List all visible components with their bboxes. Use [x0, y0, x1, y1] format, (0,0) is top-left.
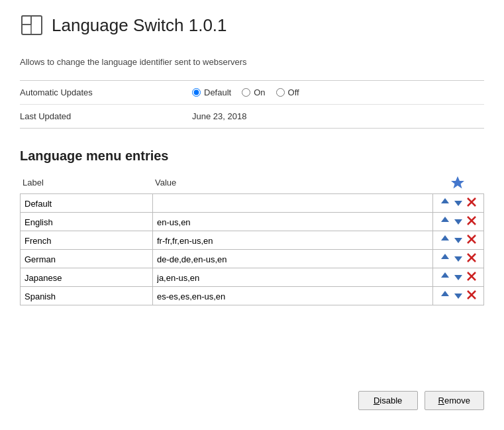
- arrow-up-icon: [440, 234, 450, 244]
- move-up-button[interactable]: [438, 289, 452, 303]
- entry-value-input[interactable]: [157, 217, 428, 227]
- delete-icon: [466, 197, 477, 207]
- entry-label-input[interactable]: [25, 254, 148, 264]
- svg-rect-0: [22, 16, 42, 34]
- move-down-button[interactable]: [452, 252, 465, 266]
- plus-icon: [450, 175, 465, 189]
- entry-label-input[interactable]: [25, 199, 148, 209]
- automatic-updates-radio-group: Default On Off: [192, 87, 299, 97]
- entry-value-input[interactable]: [157, 254, 428, 264]
- delete-entry-button[interactable]: [465, 215, 478, 229]
- move-down-button[interactable]: [452, 233, 465, 247]
- svg-marker-17: [441, 254, 449, 259]
- radio-on[interactable]: On: [242, 87, 265, 97]
- svg-marker-25: [441, 291, 449, 296]
- svg-marker-9: [441, 217, 449, 222]
- move-up-button[interactable]: [438, 215, 452, 229]
- entry-value-input[interactable]: [157, 199, 428, 209]
- arrow-down-icon: [453, 234, 464, 244]
- entry-actions: [433, 287, 484, 305]
- arrow-up-icon: [440, 271, 450, 282]
- automatic-updates-label: Automatic Updates: [20, 87, 192, 97]
- table-row: [21, 268, 484, 287]
- last-updated-value: June 23, 2018: [192, 111, 246, 121]
- entry-actions: [433, 213, 484, 231]
- entries-table-header: Label Value: [20, 174, 484, 191]
- delete-entry-button[interactable]: [465, 233, 478, 247]
- radio-off[interactable]: Off: [276, 87, 299, 97]
- move-up-button[interactable]: [438, 233, 452, 247]
- move-up-button[interactable]: [438, 196, 452, 210]
- delete-entry-button[interactable]: [465, 289, 478, 303]
- arrow-up-icon: [440, 252, 450, 263]
- entries-section: Language menu entries Label Value: [20, 148, 484, 305]
- delete-entry-button[interactable]: [465, 252, 478, 266]
- radio-on-input[interactable]: [242, 88, 250, 97]
- svg-marker-13: [441, 235, 449, 241]
- arrow-up-icon: [440, 197, 450, 207]
- table-row: [21, 287, 484, 305]
- entry-label-input[interactable]: [25, 217, 148, 227]
- svg-marker-4: [451, 176, 464, 189]
- svg-marker-10: [454, 219, 462, 225]
- radio-default[interactable]: Default: [192, 87, 231, 97]
- delete-entry-button[interactable]: [465, 270, 478, 284]
- radio-default-label: Default: [204, 87, 231, 97]
- svg-marker-18: [454, 256, 462, 262]
- arrow-down-icon: [453, 271, 464, 282]
- entries-table: [20, 193, 484, 305]
- delete-entry-button[interactable]: [465, 196, 478, 210]
- table-row: [21, 231, 484, 250]
- move-down-button[interactable]: [452, 215, 465, 229]
- entry-label-input[interactable]: [25, 273, 148, 283]
- delete-icon: [466, 290, 477, 300]
- arrow-up-icon: [440, 215, 450, 226]
- entry-actions: [433, 268, 484, 287]
- app-title: Language Switch 1.0.1: [52, 15, 227, 36]
- entry-value-input[interactable]: [157, 292, 428, 301]
- col-value-header: Value: [152, 178, 431, 188]
- svg-marker-22: [454, 275, 462, 280]
- entry-actions: [433, 231, 484, 250]
- disable-button[interactable]: Disable: [358, 391, 418, 410]
- col-actions-header: [431, 174, 484, 191]
- radio-default-input[interactable]: [192, 88, 201, 97]
- svg-marker-21: [441, 272, 449, 278]
- move-up-button[interactable]: [438, 252, 452, 266]
- entry-value-input[interactable]: [157, 236, 428, 246]
- entry-label-input[interactable]: [25, 236, 148, 246]
- move-down-button[interactable]: [452, 196, 465, 210]
- move-down-button[interactable]: [452, 270, 465, 284]
- delete-icon: [466, 271, 477, 282]
- radio-off-input[interactable]: [276, 88, 285, 97]
- svg-marker-6: [454, 201, 462, 206]
- arrow-down-icon: [453, 197, 464, 207]
- col-label-header: Label: [20, 178, 152, 188]
- svg-marker-14: [454, 238, 462, 243]
- entry-actions: [433, 250, 484, 268]
- move-up-button[interactable]: [438, 270, 452, 284]
- arrow-down-icon: [453, 252, 464, 263]
- arrow-up-icon: [440, 290, 450, 300]
- entry-value-input[interactable]: [157, 273, 428, 283]
- svg-rect-1: [22, 16, 31, 25]
- entry-label-input[interactable]: [25, 292, 148, 301]
- automatic-updates-row: Automatic Updates Default On Off: [20, 81, 484, 105]
- bottom-buttons: Disable Remove: [20, 378, 484, 410]
- delete-icon: [466, 252, 477, 263]
- move-down-button[interactable]: [452, 289, 465, 303]
- automatic-updates-value: Default On Off: [192, 87, 299, 97]
- entry-actions: [433, 194, 484, 213]
- arrow-down-icon: [453, 290, 464, 300]
- radio-on-label: On: [254, 87, 265, 97]
- settings-table: Automatic Updates Default On Off: [20, 80, 484, 129]
- app-header: Language Switch 1.0.1: [20, 13, 484, 44]
- last-updated-label: Last Updated: [20, 111, 192, 121]
- add-entry-button[interactable]: [449, 174, 466, 191]
- delete-icon: [466, 234, 477, 244]
- arrow-down-icon: [453, 215, 464, 226]
- entries-section-title: Language menu entries: [20, 148, 484, 164]
- remove-button[interactable]: Remove: [425, 391, 484, 410]
- app-icon: [20, 13, 44, 37]
- last-updated-row: Last Updated June 23, 2018: [20, 105, 484, 128]
